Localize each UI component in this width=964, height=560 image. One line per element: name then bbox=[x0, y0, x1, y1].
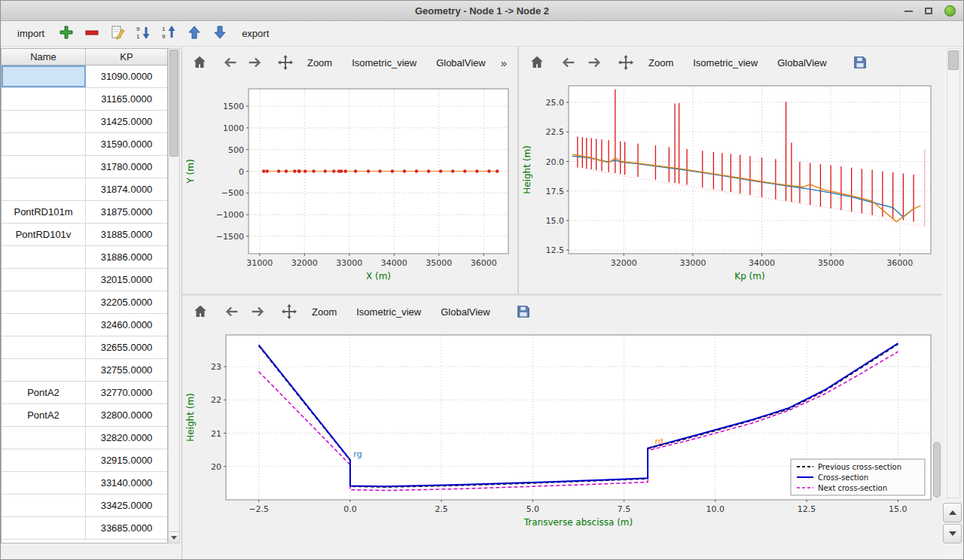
column-header-name[interactable]: Name bbox=[2, 49, 86, 65]
table-row[interactable]: 32655.0000 bbox=[2, 336, 167, 359]
name-cell[interactable] bbox=[2, 88, 86, 110]
global-view-button[interactable]: GlobalView bbox=[432, 302, 499, 322]
name-cell[interactable]: PontRD101v bbox=[2, 224, 86, 245]
global-view-button[interactable]: GlobalView bbox=[768, 53, 836, 73]
forward-button[interactable] bbox=[246, 300, 270, 324]
export-button[interactable]: export bbox=[236, 28, 275, 39]
name-cell[interactable] bbox=[2, 156, 86, 178]
table-row[interactable]: 32820.0000 bbox=[2, 427, 167, 449]
profile-plot[interactable]: 320003300034000350003600012.515.017.520.… bbox=[519, 78, 943, 296]
kp-cell[interactable]: 32820.0000 bbox=[86, 427, 167, 449]
move-down-button[interactable] bbox=[210, 24, 230, 44]
edit-button[interactable] bbox=[108, 24, 127, 44]
column-header-kp[interactable]: KP bbox=[86, 49, 167, 65]
sort-descending-button[interactable]: 91 bbox=[133, 24, 153, 44]
name-cell[interactable] bbox=[2, 472, 86, 494]
isometric-view-button[interactable]: Isometric_view bbox=[684, 53, 767, 73]
kp-cell[interactable]: 31090.0000 bbox=[86, 65, 167, 87]
name-cell[interactable]: PontRD101m bbox=[2, 201, 86, 223]
maximize-button[interactable] bbox=[925, 8, 932, 14]
name-cell[interactable] bbox=[2, 65, 86, 87]
window-scrollbar[interactable] bbox=[947, 48, 960, 498]
import-button[interactable]: import bbox=[11, 28, 50, 39]
remove-row-button[interactable] bbox=[82, 24, 102, 44]
table-row[interactable]: PontA232800.0000 bbox=[2, 404, 167, 427]
kp-cell[interactable]: 31590.0000 bbox=[86, 133, 167, 155]
table-row[interactable]: 33685.0000 bbox=[2, 517, 167, 540]
name-cell[interactable] bbox=[2, 495, 86, 516]
pan-button[interactable] bbox=[614, 50, 638, 75]
save-button[interactable] bbox=[848, 50, 872, 75]
kp-cell[interactable]: 32460.0000 bbox=[86, 314, 167, 336]
kp-cell[interactable]: 32915.0000 bbox=[86, 449, 167, 471]
name-cell[interactable] bbox=[2, 246, 86, 268]
table-row[interactable]: 32755.0000 bbox=[2, 359, 167, 382]
window-scrollbar-thumb[interactable] bbox=[948, 50, 959, 70]
name-cell[interactable]: PontA2 bbox=[2, 404, 86, 426]
scroll-down-button[interactable] bbox=[943, 524, 962, 543]
table-scroll-down-button[interactable] bbox=[169, 531, 179, 543]
isometric-view-button[interactable]: Isometric_view bbox=[343, 53, 426, 73]
bottom-panel-scrollbar[interactable] bbox=[933, 442, 941, 498]
table-row[interactable]: 31886.0000 bbox=[2, 246, 167, 269]
minimize-button[interactable] bbox=[905, 11, 913, 12]
zoom-button[interactable]: Zoom bbox=[303, 302, 346, 322]
table-row[interactable]: 33425.0000 bbox=[2, 495, 167, 517]
name-cell[interactable] bbox=[2, 133, 86, 155]
name-cell[interactable] bbox=[2, 291, 86, 313]
table-row[interactable]: PontRD101v31885.0000 bbox=[2, 224, 167, 246]
xy-plot[interactable]: 310003200033000340003500036000−1500−1000… bbox=[182, 78, 519, 296]
name-cell[interactable] bbox=[2, 359, 86, 381]
kp-cell[interactable]: 33425.0000 bbox=[86, 495, 167, 516]
name-cell[interactable]: PontA2 bbox=[2, 382, 86, 403]
back-button[interactable] bbox=[218, 50, 241, 75]
cross-section-plot[interactable]: rgrd−2.50.02.55.07.510.012.515.020212223… bbox=[182, 327, 943, 543]
name-cell[interactable] bbox=[2, 269, 86, 291]
scroll-up-button[interactable] bbox=[943, 503, 962, 522]
forward-button[interactable] bbox=[243, 50, 266, 75]
table-scrollbar[interactable] bbox=[168, 48, 180, 543]
name-cell[interactable] bbox=[2, 517, 86, 539]
name-cell[interactable] bbox=[2, 336, 86, 358]
kp-cell[interactable]: 32655.0000 bbox=[86, 336, 167, 358]
home-button[interactable] bbox=[525, 50, 549, 75]
zoom-button[interactable]: Zoom bbox=[298, 53, 341, 73]
table-row[interactable]: PontRD101m31875.0000 bbox=[2, 201, 167, 224]
table-row[interactable]: 33140.0000 bbox=[2, 472, 167, 495]
pan-button[interactable] bbox=[273, 50, 296, 75]
table-row[interactable]: 31780.0000 bbox=[2, 156, 167, 178]
save-button[interactable] bbox=[511, 300, 535, 324]
table-row[interactable]: 31425.0000 bbox=[2, 111, 167, 133]
kp-cell[interactable]: 31874.0000 bbox=[86, 178, 167, 200]
back-button[interactable] bbox=[220, 300, 244, 324]
move-up-button[interactable] bbox=[185, 24, 204, 44]
table-row[interactable]: PontA232770.0000 bbox=[2, 382, 167, 404]
kp-cell[interactable]: 31165.0000 bbox=[86, 88, 167, 110]
home-button[interactable] bbox=[188, 300, 212, 324]
kp-cell[interactable]: 31875.0000 bbox=[86, 201, 167, 223]
close-button[interactable] bbox=[944, 5, 956, 17]
table-row[interactable]: 32460.0000 bbox=[2, 314, 167, 336]
kp-cell[interactable]: 32800.0000 bbox=[86, 404, 167, 426]
table-row[interactable]: 32915.0000 bbox=[2, 449, 167, 472]
table-scrollbar-thumb[interactable] bbox=[169, 50, 178, 157]
toolbar-overflow-button[interactable]: » bbox=[496, 53, 511, 72]
pan-button[interactable] bbox=[277, 300, 301, 324]
kp-cell[interactable]: 32205.0000 bbox=[86, 291, 167, 313]
kp-cell[interactable]: 32755.0000 bbox=[86, 359, 167, 381]
kp-cell[interactable]: 31780.0000 bbox=[86, 156, 167, 178]
table-row[interactable]: 31090.0000 bbox=[2, 65, 167, 88]
kp-cell[interactable]: 33685.0000 bbox=[86, 517, 167, 539]
global-view-button[interactable]: GlobalView bbox=[427, 53, 495, 73]
name-cell[interactable] bbox=[2, 111, 86, 132]
kp-cell[interactable]: 32015.0000 bbox=[86, 269, 167, 291]
name-cell[interactable] bbox=[2, 314, 86, 336]
kp-cell[interactable]: 31425.0000 bbox=[86, 111, 167, 132]
kp-cell[interactable]: 31885.0000 bbox=[86, 224, 167, 245]
back-button[interactable] bbox=[557, 50, 581, 75]
table-row[interactable]: 31874.0000 bbox=[2, 178, 167, 201]
zoom-button[interactable]: Zoom bbox=[639, 53, 682, 73]
name-cell[interactable] bbox=[2, 449, 86, 471]
forward-button[interactable] bbox=[582, 50, 606, 75]
kp-cell[interactable]: 33140.0000 bbox=[86, 472, 167, 494]
